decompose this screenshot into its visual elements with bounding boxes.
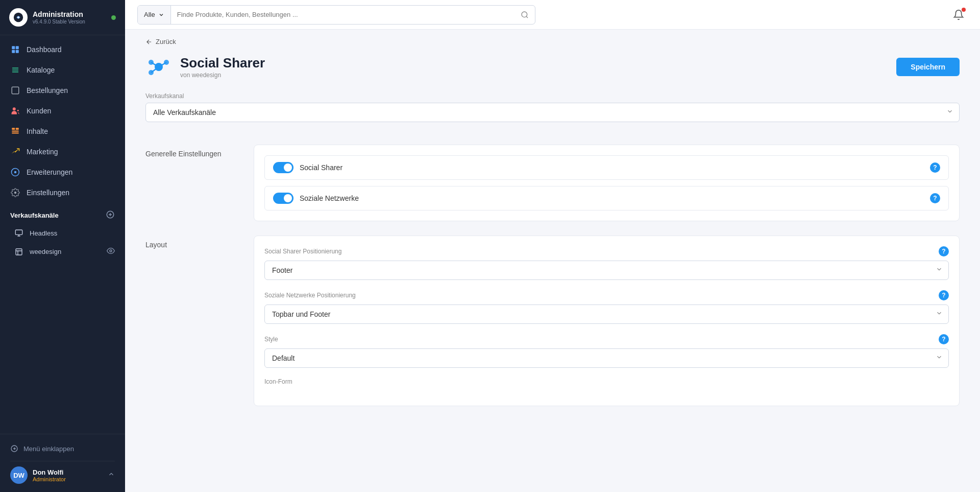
sidebar-logo: Administration v6.4.9.0 Stable Version — [0, 0, 125, 35]
sidebar-item-weedesign[interactable]: weedesign — [0, 242, 125, 261]
social-sharer-toggle-track[interactable] — [273, 162, 293, 173]
collapse-menu-label: Menü einklappen — [23, 445, 74, 453]
sidebar-item-marketing[interactable]: Marketing — [0, 142, 125, 162]
svg-rect-10 — [12, 131, 19, 132]
search-input[interactable] — [171, 6, 514, 24]
social-sharer-positionierung-help-icon[interactable]: ? — [939, 246, 949, 256]
verkaufskanal-select[interactable]: Alle Verkaufskanäle — [145, 103, 960, 122]
app-logo-icon — [9, 8, 28, 27]
social-sharer-toggle-thumb — [284, 163, 292, 172]
sidebar-item-label-kataloge: Kataloge — [27, 66, 55, 74]
page-content: Zurück Social Sharer — [125, 30, 980, 492]
style-select[interactable]: Default — [264, 348, 949, 368]
sidebar-item-einstellungen[interactable]: Einstellungen — [0, 182, 125, 203]
icon-form-label: Icon-Form — [264, 378, 292, 385]
sidebar-item-label-einstellungen: Einstellungen — [27, 189, 69, 197]
toggle-left-social-sharer: Social Sharer — [273, 162, 342, 173]
sidebar-item-label-erweiterungen: Erweiterungen — [27, 168, 72, 176]
sidebar-item-kataloge[interactable]: Kataloge — [0, 60, 125, 80]
social-sharer-help-icon[interactable]: ? — [930, 162, 940, 173]
einstellungen-icon — [10, 188, 20, 198]
svg-rect-9 — [12, 128, 15, 130]
soziale-netzwerke-positionierung-label: Soziale Netzwerke Positionierung — [264, 292, 356, 299]
style-select-wrapper: Default — [264, 348, 949, 368]
app-version: v6.4.9.0 Stable Version — [33, 19, 85, 25]
weedesign-icon — [14, 247, 23, 256]
sidebar-item-kunden[interactable]: Kunden — [0, 101, 125, 121]
social-sharer-positionierung-select-wrapper: Footer — [264, 261, 949, 280]
bestellungen-icon — [10, 85, 20, 96]
style-help-icon[interactable]: ? — [939, 334, 949, 344]
sidebar-footer: Menü einklappen DW Don Wolfi Administrat… — [0, 434, 125, 492]
svg-rect-4 — [12, 50, 15, 53]
collapse-menu-button[interactable]: Menü einklappen — [10, 440, 115, 457]
page-header-left: Social Sharer von weedesign — [145, 54, 265, 80]
svg-point-1 — [17, 16, 19, 18]
marketing-icon — [10, 147, 20, 157]
soziale-netzwerke-toggle-track[interactable] — [273, 193, 293, 204]
svg-rect-5 — [16, 50, 19, 53]
verkaufskanal-label: Verkaufskanal — [145, 92, 960, 100]
notification-badge — [962, 8, 966, 12]
plugin-author: von weedesign — [180, 72, 265, 79]
svg-line-22 — [526, 16, 528, 18]
icon-form-header: Icon-Form — [264, 378, 949, 385]
svg-point-8 — [17, 110, 19, 111]
main-nav: Dashboard Kataloge Bestellungen Kunden — [0, 35, 125, 434]
search-button[interactable] — [514, 6, 535, 24]
svg-point-19 — [110, 250, 112, 252]
sidebar-item-inhalte[interactable]: Inhalte — [0, 121, 125, 142]
svg-rect-3 — [16, 46, 19, 49]
verkaufskanal-form-group: Verkaufskanal Alle Verkaufskanäle — [145, 92, 960, 122]
dashboard-icon — [10, 44, 20, 55]
generelle-einstellungen-card: Social Sharer ? — [254, 145, 960, 221]
toggle-left-soziale-netzwerke: Soziale Netzwerke — [273, 193, 359, 204]
soziale-netzwerke-toggle[interactable] — [273, 193, 293, 204]
svg-rect-12 — [16, 128, 19, 130]
sidebar-item-bestellungen[interactable]: Bestellungen — [0, 80, 125, 101]
search-filter-dropdown[interactable]: Alle — [138, 6, 171, 24]
icon-form-field: Icon-Form — [264, 378, 949, 385]
soziale-netzwerke-help-icon[interactable]: ? — [930, 193, 940, 203]
social-sharer-toggle-label: Social Sharer — [300, 163, 342, 172]
sidebar-item-label-inhalte: Inhalte — [27, 127, 48, 135]
notification-bell[interactable] — [949, 6, 968, 24]
plugin-icon — [145, 54, 172, 80]
layout-card: Social Sharer Positionierung ? Footer — [254, 236, 960, 406]
generelle-einstellungen-content: Social Sharer ? — [254, 145, 960, 221]
search-filter-label: Alle — [144, 11, 155, 18]
sidebar-item-headless[interactable]: Headless — [0, 224, 125, 242]
page-header: Social Sharer von weedesign Speichern — [125, 50, 980, 92]
social-sharer-positionierung-field: Social Sharer Positionierung ? Footer — [264, 246, 949, 280]
sidebar-item-erweiterungen[interactable]: Erweiterungen — [0, 162, 125, 182]
sidebar-item-dashboard[interactable]: Dashboard — [0, 39, 125, 60]
social-sharer-positionierung-select[interactable]: Footer — [264, 261, 949, 280]
social-sharer-toggle[interactable] — [273, 162, 293, 173]
svg-rect-6 — [12, 87, 19, 94]
user-section: DW Don Wolfi Administrator — [10, 461, 115, 486]
user-info: Don Wolfi Administrator — [33, 468, 103, 482]
soziale-netzwerke-positionierung-select[interactable]: Topbar und Footer — [264, 304, 949, 324]
user-menu-chevron[interactable] — [108, 471, 115, 480]
soziale-netzwerke-toggle-label: Soziale Netzwerke — [300, 194, 359, 202]
weedesign-eye-icon[interactable] — [107, 247, 115, 256]
verkaufskanal-content: Verkaufskanal Alle Verkaufskanäle — [145, 92, 960, 130]
svg-rect-2 — [12, 46, 15, 49]
back-link[interactable]: Zurück — [125, 30, 980, 50]
svg-point-7 — [13, 107, 16, 110]
user-name: Don Wolfi — [33, 468, 103, 476]
status-dot — [111, 15, 116, 20]
erweiterungen-icon — [10, 167, 20, 177]
sidebar-logo-text: Administration v6.4.9.0 Stable Version — [33, 10, 85, 25]
sidebar-item-label-marketing: Marketing — [27, 148, 58, 156]
svg-rect-11 — [12, 132, 19, 133]
soziale-netzwerke-toggle-thumb — [284, 194, 292, 202]
soziale-netzwerke-positionierung-help-icon[interactable]: ? — [939, 290, 949, 300]
inhalte-icon — [10, 126, 20, 136]
soziale-netzwerke-positionierung-header: Soziale Netzwerke Positionierung ? — [264, 290, 949, 300]
sidebar-item-label-dashboard: Dashboard — [27, 45, 62, 54]
save-button[interactable]: Speichern — [896, 58, 960, 76]
layout-label: Layout — [145, 236, 237, 249]
add-verkaufskanal-icon[interactable] — [106, 210, 115, 221]
soziale-netzwerke-positionierung-select-wrapper: Topbar und Footer — [264, 304, 949, 324]
